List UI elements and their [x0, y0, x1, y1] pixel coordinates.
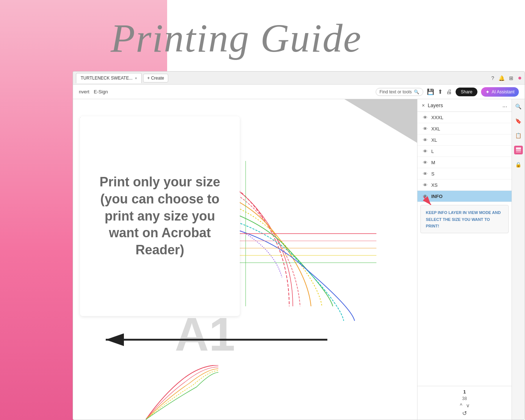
main-wrapper: Printing Guide TURTLENECK SWEATE... × + …: [0, 0, 525, 420]
page-prev-button[interactable]: ^: [460, 403, 463, 408]
find-text: Find text or tools: [380, 89, 412, 94]
page-nav-buttons: ^ v: [460, 403, 469, 408]
notifications-icon[interactable]: 🔔: [498, 75, 505, 81]
layers-header: × Layers ...: [417, 99, 512, 112]
convert-nav-item[interactable]: nvert: [79, 89, 89, 94]
instruction-box: Print only your size (you can choose to …: [80, 116, 240, 316]
svg-line-8: [424, 197, 431, 205]
apps-icon[interactable]: ⊞: [509, 75, 513, 81]
layers-list: 👁 XXXL 👁 XXL 👁 XL 👁 L: [417, 112, 512, 386]
layer-item-m[interactable]: 👁 M: [417, 157, 512, 168]
tab-bar-right: ? 🔔 ⊞ ●: [491, 74, 522, 82]
right-sidebar: 🔍 🔖 📋 🔒: [512, 99, 525, 420]
sidebar-bookmark-icon[interactable]: 🔖: [514, 117, 523, 125]
title-area: Printing Guide: [73, 0, 400, 76]
sidebar-copy-icon[interactable]: 📋: [514, 131, 523, 140]
layer-name: XXXL: [431, 115, 443, 120]
page-nav-area: 1 38 ^ v ↺: [417, 386, 512, 420]
tab-label: TURTLENECK SWEATE...: [81, 76, 133, 81]
layer-item-xxl[interactable]: 👁 XXL: [417, 123, 512, 134]
svg-rect-9: [516, 148, 521, 149]
corner-decoration: [344, 99, 417, 143]
layer-name: M: [431, 160, 435, 165]
print-icon[interactable]: 🖨: [446, 89, 452, 95]
toolbar: nvert E-Sign Find text or tools 🔍 💾 ⬆ 🖨 …: [73, 85, 525, 99]
tab-close-button[interactable]: ×: [135, 76, 137, 80]
instruction-text: Print only your size (you can choose to …: [91, 174, 229, 259]
layer-name: L: [431, 149, 434, 154]
layer-eye-icon: 👁: [422, 148, 428, 154]
ai-label: AI Assistant: [492, 89, 514, 94]
layer-eye-icon: 👁: [422, 182, 428, 188]
ai-icon: ✦: [485, 89, 490, 95]
layer-item-xs[interactable]: 👁 XS: [417, 179, 512, 191]
layer-name: XL: [431, 137, 437, 143]
refresh-button[interactable]: ↺: [462, 410, 467, 417]
sidebar-layers-icon[interactable]: [514, 146, 523, 154]
find-box[interactable]: Find text or tools 🔍: [376, 88, 424, 96]
layer-item-s[interactable]: 👁 S: [417, 168, 512, 179]
layer-eye-icon: 👁: [422, 137, 428, 143]
layer-eye-icon: 👁: [422, 125, 428, 132]
toolbar-right: Find text or tools 🔍 💾 ⬆ 🖨 Share ✦ AI As…: [376, 87, 519, 97]
layer-eye-icon: 👁: [422, 114, 428, 121]
page-next-button[interactable]: v: [467, 403, 469, 408]
layers-title: Layers: [428, 102, 499, 108]
layer-item-l[interactable]: 👁 L: [417, 146, 512, 157]
layer-eye-icon: 👁: [422, 159, 428, 166]
svg-rect-10: [516, 149, 521, 151]
layer-item-xxxl[interactable]: 👁 XXXL: [417, 112, 512, 123]
page-title: Printing Guide: [110, 15, 362, 61]
layers-close-button[interactable]: ×: [422, 102, 425, 108]
layers-panel: × Layers ... 👁 XXXL 👁 XXL 👁 XL: [417, 99, 512, 420]
sidebar-search-icon[interactable]: 🔍: [514, 102, 523, 111]
current-page: 1: [463, 389, 466, 395]
save-icon[interactable]: 💾: [427, 88, 434, 95]
help-icon[interactable]: ?: [491, 75, 494, 81]
esign-nav-item[interactable]: E-Sign: [94, 89, 108, 94]
layer-name: S: [431, 171, 435, 177]
share-button[interactable]: Share: [456, 88, 477, 96]
sidebar-lock-icon[interactable]: 🔒: [514, 160, 523, 169]
layer-name: XS: [431, 182, 437, 188]
layer-eye-icon: 👁: [422, 170, 428, 177]
callout-text: KEEP INFO LAYER IN VIEW MODE AND SELECT …: [426, 210, 501, 228]
layer-item-xl[interactable]: 👁 XL: [417, 134, 512, 146]
callout-container: KEEP INFO LAYER IN VIEW MODE AND SELECT …: [417, 205, 512, 233]
toolbar-nav: nvert E-Sign: [79, 89, 108, 94]
layers-more-button[interactable]: ...: [502, 102, 507, 109]
ai-assistant-button[interactable]: ✦ AI Assistant: [481, 87, 519, 97]
account-icon[interactable]: ●: [518, 74, 522, 82]
upload-icon[interactable]: ⬆: [438, 88, 443, 95]
layer-name: XXL: [431, 126, 440, 132]
callout-box: KEEP INFO LAYER IN VIEW MODE AND SELECT …: [420, 205, 509, 233]
svg-rect-11: [516, 151, 521, 153]
find-icon: 🔍: [414, 89, 419, 94]
total-pages: 38: [462, 396, 467, 401]
